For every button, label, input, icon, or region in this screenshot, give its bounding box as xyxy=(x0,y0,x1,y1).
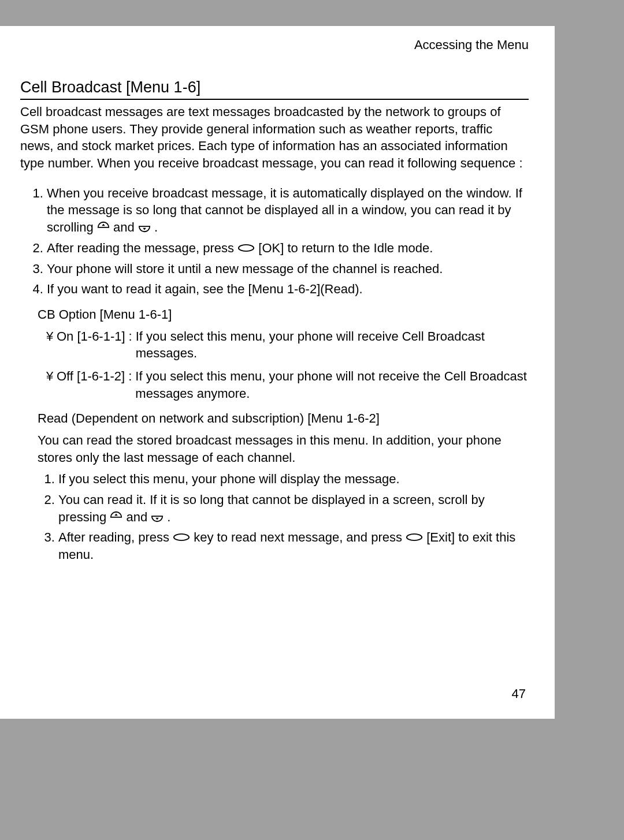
main-ordered-list: When you receive broadcast message, it i… xyxy=(20,185,529,298)
page-number: 47 xyxy=(512,686,526,701)
text-segment: [OK] to return to the Idle mode. xyxy=(258,241,433,255)
manual-page: Accessing the Menu Cell Broadcast [Menu … xyxy=(0,26,555,719)
list-item: After reading the message, press [OK] to… xyxy=(47,240,529,257)
option-description: If you select this menu, your phone will… xyxy=(136,328,529,362)
text-segment: key to read next message, and press xyxy=(194,530,406,544)
soft-key-icon xyxy=(173,533,190,542)
option-label: On [1-6-1-1] xyxy=(57,328,125,345)
read-ordered-list: If you select this menu, your phone will… xyxy=(20,471,529,563)
text-segment: After reading, press xyxy=(58,530,173,544)
up-key-icon xyxy=(110,510,122,523)
soft-key-icon xyxy=(406,533,423,542)
up-key-icon xyxy=(97,221,110,233)
text-segment: . xyxy=(167,510,170,524)
cb-option-title: CB Option [Menu 1-6-1] xyxy=(38,306,529,323)
option-off: ¥ Off [1-6-1-2] : If you select this men… xyxy=(46,368,529,402)
text-segment: and xyxy=(126,510,151,524)
option-label: Off [1-6-1-2] xyxy=(57,368,125,385)
cb-option-list: ¥ On [1-6-1-1] : If you select this menu… xyxy=(46,328,529,402)
down-key-icon xyxy=(138,221,151,233)
running-header: Accessing the Menu xyxy=(20,38,529,53)
list-item: After reading, press key to read next me… xyxy=(58,529,529,563)
intro-paragraph: Cell broadcast messages are text message… xyxy=(20,103,529,172)
read-section-title: Read (Dependent on network and subscript… xyxy=(38,410,529,427)
read-intro: You can read the stored broadcast messag… xyxy=(38,432,529,466)
list-item: You can read it. If it is so long that c… xyxy=(58,491,529,525)
list-item: When you receive broadcast message, it i… xyxy=(47,185,529,236)
option-on: ¥ On [1-6-1-1] : If you select this menu… xyxy=(46,328,529,362)
colon-separator: : xyxy=(125,368,135,385)
section-title: Cell Broadcast [Menu 1-6] xyxy=(20,79,529,100)
text-segment: and xyxy=(113,220,138,234)
bullet-icon: ¥ xyxy=(46,368,57,385)
list-item: If you select this menu, your phone will… xyxy=(58,471,529,488)
bullet-icon: ¥ xyxy=(46,328,57,345)
list-item: Your phone will store it until a new mes… xyxy=(47,260,529,278)
colon-separator: : xyxy=(125,328,136,345)
list-item: If you want to read it again, see the [M… xyxy=(47,281,529,298)
option-description: If you select this menu, your phone will… xyxy=(135,368,529,402)
soft-key-icon xyxy=(237,244,255,252)
down-key-icon xyxy=(151,510,164,523)
text-segment: After reading the message, press xyxy=(47,241,237,255)
text-segment: . xyxy=(154,220,158,234)
